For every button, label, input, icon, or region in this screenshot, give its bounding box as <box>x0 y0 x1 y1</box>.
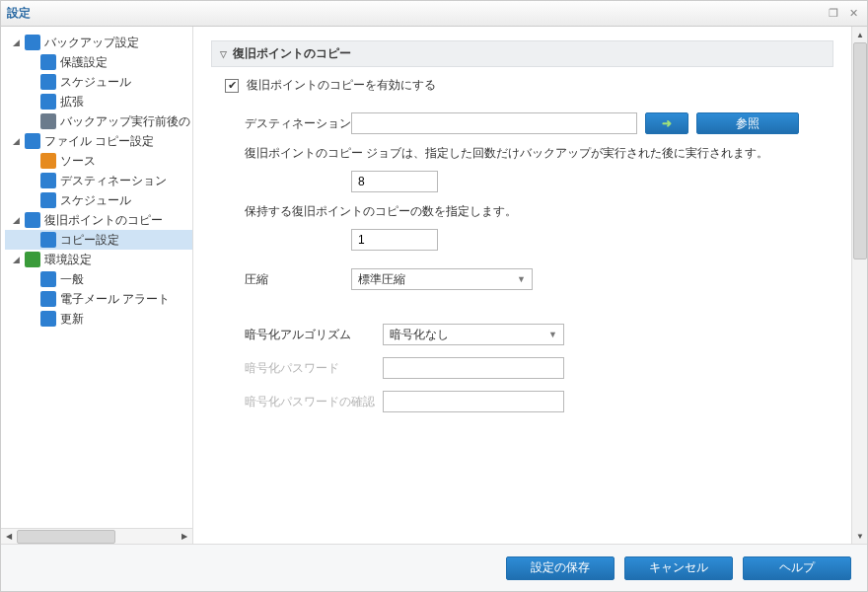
encrypt-algo-value: 暗号化なし <box>390 327 449 343</box>
tree-item[interactable]: スケジュール <box>5 72 192 92</box>
encrypt-pw-confirm-label: 暗号化パスワードの確認 <box>245 395 383 408</box>
scroll-track[interactable] <box>17 530 177 544</box>
tree-item[interactable]: スケジュール <box>5 190 192 210</box>
vscroll-thumb[interactable] <box>853 42 867 259</box>
item-icon <box>40 153 56 169</box>
destination-label: デスティネーション <box>245 116 351 130</box>
restore-icon[interactable]: ❐ <box>826 7 841 21</box>
compression-label: 圧縮 <box>245 272 351 286</box>
tree-item-label: 電子メール アラート <box>60 291 170 308</box>
arrow-right-icon: ➜ <box>662 116 672 130</box>
expand-icon[interactable]: ◢ <box>11 37 21 47</box>
expand-icon[interactable]: ◢ <box>11 136 21 146</box>
retain-input[interactable] <box>351 229 438 251</box>
item-icon <box>40 311 56 327</box>
chevron-down-icon: ▽ <box>220 49 227 59</box>
encrypt-pw-input <box>383 357 564 379</box>
scroll-up-icon[interactable]: ▲ <box>852 27 867 42</box>
folder-icon <box>25 212 40 228</box>
item-icon <box>40 232 56 248</box>
tree-group[interactable]: ◢環境設定 <box>5 250 192 269</box>
tree-group[interactable]: ◢バックアップ設定 <box>5 33 192 52</box>
destination-connect-button[interactable]: ➜ <box>645 112 688 134</box>
tree-item[interactable]: バックアップ実行前後の <box>5 111 192 131</box>
close-icon[interactable]: ✕ <box>845 7 861 21</box>
tree-item[interactable]: 保護設定 <box>5 52 192 72</box>
tree-item[interactable]: ソース <box>5 151 192 171</box>
enable-label: 復旧ポイントのコピーを有効にする <box>247 77 436 94</box>
cancel-button[interactable]: キャンセル <box>624 556 733 580</box>
compression-select[interactable]: 標準圧縮 ▼ <box>351 268 533 290</box>
tree-item[interactable]: 拡張 <box>5 92 192 111</box>
tree-item[interactable]: 一般 <box>5 269 192 289</box>
item-icon <box>40 192 56 208</box>
item-icon <box>40 113 56 129</box>
tree-item-label: デスティネーション <box>60 173 167 189</box>
tree-item-label: 拡張 <box>60 94 84 111</box>
item-icon <box>40 291 56 307</box>
tree-item-label: 一般 <box>60 271 84 288</box>
chevron-down-icon: ▼ <box>548 330 557 339</box>
expand-icon[interactable]: ◢ <box>11 255 21 264</box>
retain-desc: 保持する復旧ポイントのコピーの数を指定します。 <box>245 203 833 220</box>
folder-icon <box>25 35 40 50</box>
encrypt-algo-select[interactable]: 暗号化なし ▼ <box>383 324 564 345</box>
main-vscrollbar[interactable]: ▲ ▼ <box>851 27 867 544</box>
interval-input[interactable] <box>351 171 438 192</box>
sidebar: ◢バックアップ設定保護設定スケジュール拡張バックアップ実行前後の◢ファイル コピ… <box>1 27 193 544</box>
item-icon <box>40 74 56 90</box>
help-button[interactable]: ヘルプ <box>743 556 851 580</box>
tree-item[interactable]: 電子メール アラート <box>5 289 192 309</box>
browse-button[interactable]: 参照 <box>696 112 799 134</box>
vscroll-track[interactable] <box>852 42 867 528</box>
settings-tree: ◢バックアップ設定保護設定スケジュール拡張バックアップ実行前後の◢ファイル コピ… <box>1 27 192 528</box>
tree-group-label: バックアップ設定 <box>44 35 139 51</box>
tree-group-label: ファイル コピー設定 <box>44 133 154 150</box>
tree-item-label: ソース <box>60 153 96 170</box>
tree-item-label: スケジュール <box>60 192 131 209</box>
scroll-right-icon[interactable]: ▶ <box>177 529 192 545</box>
scroll-thumb[interactable] <box>17 530 115 544</box>
enable-checkbox[interactable]: ✔ <box>225 79 239 93</box>
item-icon <box>40 271 56 287</box>
tree-group-label: 環境設定 <box>44 252 92 268</box>
destination-input[interactable] <box>351 112 637 134</box>
tree-group[interactable]: ◢ファイル コピー設定 <box>5 131 192 151</box>
tree-item-label: コピー設定 <box>60 232 119 249</box>
section-title: 復旧ポイントのコピー <box>233 45 351 62</box>
section-header[interactable]: ▽ 復旧ポイントのコピー <box>211 40 833 67</box>
tree-item[interactable]: デスティネーション <box>5 171 192 190</box>
encrypt-algo-label: 暗号化アルゴリズム <box>245 328 383 341</box>
tree-item[interactable]: 更新 <box>5 309 192 329</box>
interval-desc: 復旧ポイントのコピー ジョブは、指定した回数だけバックアップが実行された後に実行… <box>245 145 833 162</box>
folder-icon <box>25 133 40 149</box>
tree-item-label: スケジュール <box>60 74 131 91</box>
expand-icon[interactable]: ◢ <box>11 215 21 225</box>
footer: 設定の保存 キャンセル ヘルプ <box>1 544 867 591</box>
tree-item-label: バックアップ実行前後の <box>60 113 190 130</box>
tree-item[interactable]: コピー設定 <box>5 230 192 250</box>
tree-item-label: 保護設定 <box>60 54 108 71</box>
window-title: 設定 <box>7 5 31 22</box>
main-content: ▽ 復旧ポイントのコピー ✔ 復旧ポイントのコピーを有効にする デスティネーショ… <box>193 27 851 544</box>
chevron-down-icon: ▼ <box>517 274 526 284</box>
tree-item-label: 更新 <box>60 311 84 328</box>
compression-value: 標準圧縮 <box>358 271 405 288</box>
item-icon <box>40 54 56 70</box>
save-button[interactable]: 設定の保存 <box>506 556 615 580</box>
tree-group[interactable]: ◢復旧ポイントのコピー <box>5 210 192 230</box>
item-icon <box>40 94 56 110</box>
scroll-left-icon[interactable]: ◀ <box>1 529 17 545</box>
tree-group-label: 復旧ポイントのコピー <box>44 212 163 229</box>
folder-icon <box>25 252 40 267</box>
scroll-down-icon[interactable]: ▼ <box>852 528 867 544</box>
encrypt-pw-label: 暗号化パスワード <box>245 361 383 375</box>
sidebar-hscrollbar[interactable]: ◀ ▶ <box>1 528 192 544</box>
encrypt-pw-confirm-input <box>383 391 564 412</box>
item-icon <box>40 173 56 188</box>
titlebar: 設定 ❐ ✕ <box>1 1 867 27</box>
